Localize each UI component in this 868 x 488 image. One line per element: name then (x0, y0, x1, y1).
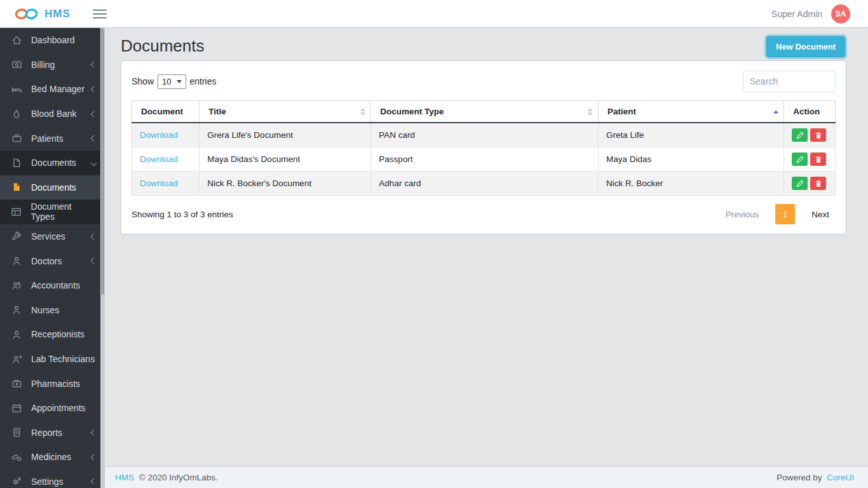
trash-icon (815, 180, 822, 187)
sidebar-item-blood-bank[interactable]: Blood Bank (0, 102, 105, 126)
document-type: PAN card (371, 123, 599, 147)
medkit-icon (10, 378, 23, 389)
sort-asc-icon (773, 110, 778, 113)
documents-table: Document Title Document Type Patient Act… (132, 100, 836, 196)
sidebar-item-medicines[interactable]: Medicines (0, 445, 105, 470)
user-icon (10, 329, 23, 340)
briefcase-icon (10, 133, 23, 144)
brand-name: HMS (44, 8, 71, 20)
entries-label: entries (190, 76, 217, 86)
sidebar-toggle-icon[interactable] (93, 10, 107, 18)
edit-button[interactable] (792, 152, 808, 166)
document-title: Grera Life's Document (200, 123, 371, 147)
col-title[interactable]: Title (200, 101, 371, 123)
footer-coreui-link[interactable]: CoreUI (827, 473, 854, 482)
avatar[interactable]: SA (831, 4, 850, 24)
document-type: Adhar card (371, 172, 599, 196)
download-link[interactable]: Download (140, 130, 178, 140)
table-header-row: Document Title Document Type Patient Act… (132, 101, 836, 123)
pagination-next[interactable]: Next (805, 205, 836, 224)
chevron-left-icon (91, 478, 97, 485)
search-input[interactable] (743, 71, 836, 92)
chevron-left-icon (91, 258, 97, 264)
sidebar-item-documents-parent[interactable]: Documents (0, 151, 105, 175)
sidebar-item-bed-manager[interactable]: Bed Manager (0, 77, 105, 102)
pencil-icon (796, 180, 804, 187)
edit-button[interactable] (792, 128, 808, 142)
bed-icon (10, 84, 23, 95)
edit-button[interactable] (792, 177, 808, 190)
sidebar-item-lab-technicians[interactable]: Lab Technicians (0, 347, 105, 372)
table-row: Download Nick R. Bocker's Document Adhar… (132, 172, 836, 196)
user-plus-icon (10, 354, 23, 365)
sidebar: Dashboard Billing Bed Manager Blood Bank… (0, 28, 105, 488)
gears-icon (10, 476, 23, 487)
sidebar-item-services[interactable]: Services (0, 224, 105, 249)
download-link[interactable]: Download (140, 179, 178, 188)
table-row: Download Maya Didas's Document Passport … (132, 147, 836, 172)
file-orange-icon (10, 182, 23, 193)
brand-logo[interactable]: HMS (14, 7, 83, 21)
sidebar-item-documents[interactable]: Documents (0, 175, 105, 200)
home-icon (10, 35, 23, 46)
delete-button[interactable] (810, 152, 826, 166)
main-content: Documents New Document Show 10 entries D… (105, 28, 868, 488)
sidebar-item-appointments[interactable]: Appointments (0, 396, 105, 421)
pencil-icon (796, 132, 804, 139)
footer-hms-link[interactable]: HMS (115, 473, 134, 482)
sidebar-item-document-types[interactable]: Document Types (0, 200, 105, 224)
chevron-left-icon (91, 62, 97, 68)
delete-button[interactable] (810, 128, 826, 142)
sidebar-item-nurses[interactable]: Nurses (0, 298, 105, 323)
user-icon (10, 304, 23, 315)
chevron-left-icon (91, 135, 97, 142)
table-row: Download Grera Life's Document PAN card … (132, 123, 836, 147)
page-length-select[interactable]: 10 (158, 74, 186, 89)
patient-name: Greta Life (598, 123, 783, 147)
pills-icon (10, 452, 23, 463)
sidebar-item-settings[interactable]: Settings (0, 470, 105, 488)
calendar-icon (10, 403, 23, 414)
delete-button[interactable] (810, 177, 826, 190)
sidebar-scrollbar[interactable] (100, 28, 105, 488)
col-patient[interactable]: Patient (598, 101, 783, 123)
col-action: Action (784, 101, 836, 123)
entries-length-menu: Show 10 entries (132, 74, 217, 89)
sort-both-icon (588, 108, 593, 116)
chevron-down-icon (91, 159, 97, 166)
page-title: Documents (121, 36, 868, 56)
chevron-left-icon (91, 86, 97, 93)
table-icon (10, 207, 23, 217)
new-document-button[interactable]: New Document (766, 36, 845, 57)
col-document[interactable]: Document (132, 101, 200, 123)
chevron-left-icon (91, 111, 97, 117)
download-link[interactable]: Download (140, 154, 178, 164)
pagination-previous[interactable]: Previous (719, 205, 766, 224)
sidebar-item-receptionists[interactable]: Receptionists (0, 322, 105, 347)
doctor-icon (10, 255, 23, 266)
user-name: Super Admin (771, 9, 822, 19)
app-header: HMS Super Admin SA (0, 0, 868, 28)
col-document-type[interactable]: Document Type (371, 101, 599, 123)
chevron-left-icon (91, 430, 97, 436)
document-type: Passport (371, 147, 599, 172)
infinity-logo-icon (14, 7, 39, 21)
sidebar-item-doctors[interactable]: Doctors (0, 248, 105, 273)
documents-card: Show 10 entries Document Title Docu (121, 60, 846, 234)
sidebar-item-accountants[interactable]: Accountants (0, 273, 105, 298)
file-icon (10, 158, 23, 168)
sidebar-item-billing[interactable]: Billing (0, 53, 105, 78)
table-info: Showing 1 to 3 of 3 entries (132, 210, 233, 219)
sidebar-item-dashboard[interactable]: Dashboard (0, 28, 105, 53)
pagination: Previous 1 Next (719, 204, 836, 224)
select-caret-icon (177, 80, 182, 83)
trash-icon (815, 132, 822, 139)
sidebar-item-patients[interactable]: Patients (0, 126, 105, 151)
sidebar-item-reports[interactable]: Reports (0, 421, 105, 445)
chevron-left-icon (91, 454, 97, 460)
sidebar-item-pharmacists[interactable]: Pharmacists (0, 371, 105, 396)
show-label: Show (132, 76, 154, 86)
document-title: Nick R. Bocker's Document (200, 172, 371, 196)
trash-icon (815, 156, 822, 163)
pagination-page-1[interactable]: 1 (775, 204, 795, 224)
